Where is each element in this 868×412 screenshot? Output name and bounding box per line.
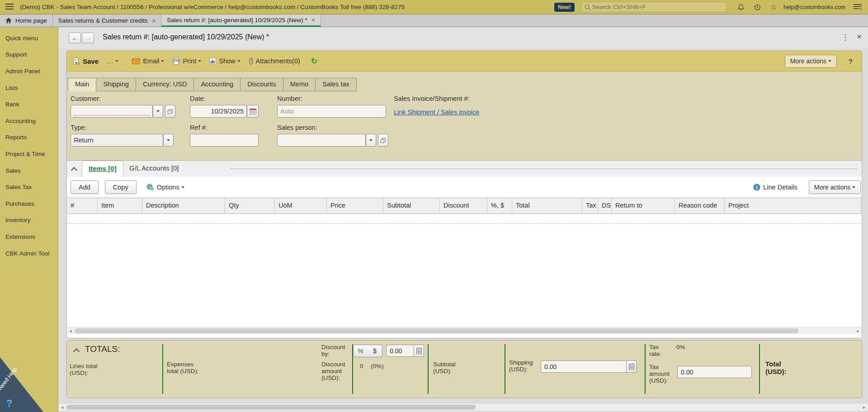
scroll-left-icon[interactable]: ◂ <box>67 327 74 334</box>
link-shipment-invoice-link[interactable]: Link Shipment / Sales invoice <box>394 109 479 116</box>
sidebar-item-accounting[interactable]: Accounting <box>0 113 58 129</box>
help-email-link[interactable]: help@custombooks.com <box>783 4 845 10</box>
shipping-calculator-icon[interactable] <box>627 360 637 373</box>
column-header-total[interactable]: Total <box>512 198 582 213</box>
discount-dollar-toggle[interactable]: $ <box>368 345 382 357</box>
salesperson-open-icon[interactable] <box>378 134 388 147</box>
type-dropdown-button[interactable] <box>163 134 174 147</box>
sidebar-item-support[interactable]: Support <box>0 47 58 63</box>
close-document-icon[interactable]: × <box>857 32 862 42</box>
scroll-left-icon[interactable]: ◂ <box>58 404 66 411</box>
items-empty-row[interactable] <box>67 214 862 224</box>
column-header-uom[interactable]: UoM <box>275 198 327 213</box>
column-header-discount[interactable]: Discount <box>440 198 487 213</box>
column-header-description[interactable]: Description <box>142 198 225 213</box>
column-header-price[interactable]: Price <box>327 198 383 213</box>
favorites-star-icon[interactable]: ☆ <box>770 3 777 11</box>
discount-by-input[interactable]: 0.00 <box>386 345 414 357</box>
customer-input[interactable] <box>71 105 153 118</box>
type-select[interactable]: Return <box>71 134 163 147</box>
sidebar-item-extensions[interactable]: Extensions <box>0 228 58 245</box>
notifications-bell-icon[interactable] <box>737 4 745 11</box>
print-button[interactable]: Print <box>172 57 201 65</box>
collapse-totals-icon[interactable] <box>73 347 80 354</box>
page-scroll-thumb[interactable] <box>66 405 476 410</box>
copy-button[interactable]: Copy <box>105 180 137 194</box>
sidebar-item-reports[interactable]: Reports <box>0 129 58 146</box>
save-more-button[interactable]: ... <box>107 57 118 65</box>
column-header-subtotal[interactable]: Subtotal <box>383 198 440 213</box>
form-tab-sales-tax[interactable]: Sales tax <box>316 78 357 91</box>
form-tab-discounts[interactable]: Discounts <box>241 78 283 91</box>
column-header-reason-code[interactable]: Reason code <box>675 198 725 213</box>
date-input[interactable]: 10/29/2025 <box>190 105 247 118</box>
sidebar-item-inventory[interactable]: Inventory <box>0 212 58 229</box>
new-badge[interactable]: New! <box>554 3 575 12</box>
sidebar-item-purchases[interactable]: Purchases <box>0 195 58 212</box>
ref-input[interactable] <box>190 134 259 147</box>
line-details-button[interactable]: Line Details <box>753 184 797 191</box>
global-search[interactable] <box>581 2 726 12</box>
refresh-icon[interactable]: ↻ <box>311 57 317 66</box>
column-header-ds[interactable]: DS <box>598 198 612 213</box>
back-button[interactable]: ← <box>69 33 81 43</box>
kebab-menu-icon[interactable]: ⋮ <box>841 33 849 42</box>
customer-dropdown-button[interactable] <box>153 105 163 118</box>
sidebar-item-project-time[interactable]: Project & Time <box>0 146 58 162</box>
tab-items[interactable]: Items [0] <box>82 161 123 177</box>
column-header-return-to[interactable]: Return to <box>612 198 675 213</box>
more-actions-button[interactable]: More actions <box>785 55 837 68</box>
number-input[interactable]: Auto <box>277 105 386 118</box>
form-tab-accounting[interactable]: Accounting <box>194 78 241 91</box>
form-tab-currency-usd[interactable]: Currency: USD <box>136 78 194 91</box>
sidebar-item-quick-menu[interactable]: Quick menu <box>0 30 58 47</box>
search-input[interactable] <box>592 4 723 10</box>
form-tab-memo[interactable]: Memo <box>283 78 316 91</box>
scroll-right-icon[interactable]: ▸ <box>860 404 868 411</box>
column-header--[interactable]: # <box>67 198 98 213</box>
form-tab-shipping[interactable]: Shipping <box>96 78 136 91</box>
close-tab-icon[interactable]: × <box>152 18 156 24</box>
save-button[interactable]: Save <box>72 57 99 65</box>
shipping-input[interactable]: 0.00 <box>541 360 627 373</box>
column-header-qty[interactable]: Qty <box>225 198 275 213</box>
hamburger-menu-icon[interactable] <box>5 3 14 11</box>
history-icon[interactable] <box>754 4 761 11</box>
window-tab-0[interactable]: Home page <box>0 14 53 27</box>
close-tab-icon[interactable]: × <box>311 17 315 23</box>
customer-open-icon[interactable] <box>165 105 175 118</box>
sidebar-item-bank[interactable]: Bank <box>0 96 58 113</box>
page-horizontal-scrollbar[interactable]: ◂ ▸ <box>58 403 868 411</box>
collapse-items-icon[interactable] <box>71 165 78 173</box>
sidebar-item-cbk-admin-tool[interactable]: CBK Admin Tool <box>0 245 58 262</box>
sidebar-item-sales[interactable]: Sales <box>0 162 58 179</box>
email-button[interactable]: Email <box>132 57 164 65</box>
window-tab-1[interactable]: Sales returns & Customer credits× <box>53 14 161 27</box>
discount-calculator-icon[interactable] <box>414 345 424 357</box>
salesperson-input[interactable] <box>277 134 366 147</box>
tab-gl-accounts[interactable]: G/L Accounts [0] <box>129 164 179 172</box>
help-button[interactable]: ? <box>849 57 853 65</box>
options-button[interactable]: Options <box>146 184 184 191</box>
tax-amount-input[interactable]: 0.00 <box>677 366 752 378</box>
user-menu-icon[interactable] <box>854 4 862 10</box>
items-horizontal-scrollbar[interactable]: ◂ ▸ <box>67 327 862 334</box>
items-scroll-thumb[interactable] <box>75 328 798 333</box>
column-header--[interactable]: %, $ <box>487 198 512 213</box>
column-header-project[interactable]: Project <box>725 198 861 213</box>
form-tab-main[interactable]: Main <box>68 78 96 91</box>
column-header-tax[interactable]: Tax <box>582 198 598 213</box>
add-button[interactable]: Add <box>71 180 99 194</box>
attachments-button[interactable]: Attachments(0) <box>249 57 300 65</box>
show-button[interactable]: Show <box>209 57 240 65</box>
column-header-item[interactable]: Item <box>98 198 142 213</box>
items-more-actions-button[interactable]: More actions <box>809 180 861 194</box>
discount-percent-toggle[interactable]: % <box>353 345 368 357</box>
need-help-question-icon[interactable]: ? <box>6 398 12 409</box>
sidebar-item-sales-tax[interactable]: Sales Tax <box>0 179 58 195</box>
sidebar-item-admin-panel[interactable]: Admin Panel <box>0 63 58 80</box>
forward-button[interactable]: → <box>82 33 94 43</box>
salesperson-dropdown-button[interactable] <box>366 134 376 147</box>
sidebar-item-lists[interactable]: Lists <box>0 80 58 96</box>
window-tab-2[interactable]: Sales return #: [auto-generated] 10/29/2… <box>161 14 321 27</box>
